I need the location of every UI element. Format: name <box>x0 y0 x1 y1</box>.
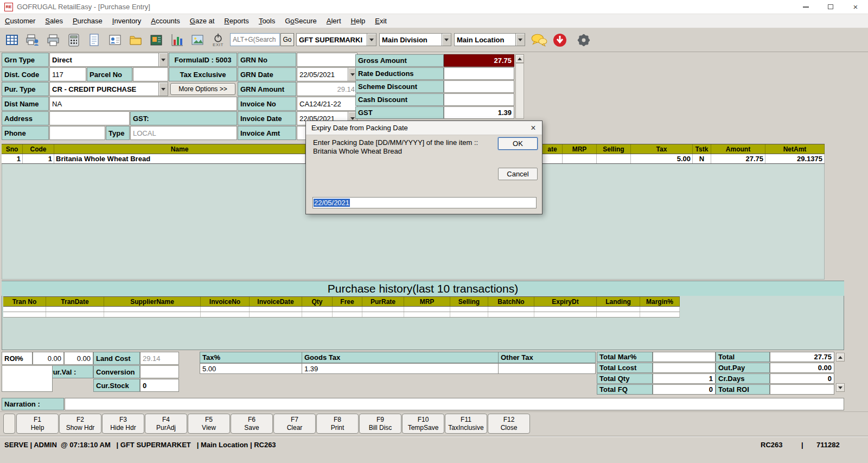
menu-item[interactable]: Reports <box>219 14 254 28</box>
update-download-button[interactable] <box>551 31 569 49</box>
close-button[interactable]: × <box>843 0 868 14</box>
menu-item[interactable]: Alert <box>322 14 346 28</box>
function-key-button[interactable]: F12Close <box>488 414 530 434</box>
function-key-button[interactable]: F11TaxInclusive <box>445 414 487 434</box>
item-grid-header-cell[interactable]: Code <box>23 144 54 154</box>
maximize-button[interactable] <box>818 0 843 14</box>
dist-code-field[interactable]: 117 <box>49 67 86 81</box>
item-image-button[interactable] <box>148 31 165 49</box>
rate-deductions-value[interactable] <box>444 67 514 80</box>
function-key-button[interactable]: F5View <box>188 414 230 434</box>
ok-button[interactable]: OK <box>498 137 538 150</box>
summary-scrollbar[interactable] <box>515 63 524 119</box>
item-grid-header-cell[interactable]: NetAmt <box>765 144 825 154</box>
menu-item[interactable]: Tools <box>254 14 280 28</box>
packing-date-input[interactable]: 22/05/2021 <box>312 197 537 208</box>
history-header-cell[interactable]: Selling <box>450 297 488 306</box>
invoice-no-field[interactable]: CA124/21-22 <box>297 97 358 111</box>
history-header-cell[interactable]: ExpiryDt <box>534 297 597 306</box>
menu-item[interactable]: Accounts <box>146 14 184 28</box>
history-header-cell[interactable]: InvoiceDate <box>250 297 302 306</box>
dialog-close-button[interactable]: × <box>527 122 540 134</box>
calculator-button[interactable] <box>65 31 82 49</box>
scheme-discount-value[interactable] <box>444 80 514 93</box>
chevron-down-icon[interactable] <box>515 34 525 46</box>
history-header-cell[interactable]: MRP <box>404 297 450 306</box>
pur-type-select[interactable]: CR - CREDIT PURCHASE <box>49 82 168 96</box>
menu-item[interactable]: GoSecure <box>280 14 322 28</box>
item-grid-header-cell[interactable]: Amount <box>711 144 765 154</box>
company-select[interactable]: GFT SUPERMARKI <box>296 33 376 46</box>
chevron-down-icon[interactable] <box>158 83 168 96</box>
chevron-down-icon[interactable] <box>367 34 376 46</box>
division-select[interactable]: Main Division <box>379 33 451 46</box>
tax-row[interactable]: 5.001.39 <box>200 363 595 374</box>
function-key-button[interactable]: F3Hide Hdr <box>102 414 144 434</box>
grn-type-select[interactable]: Direct <box>49 53 168 67</box>
menu-item[interactable]: Sales <box>40 14 68 28</box>
pur-val-field[interactable] <box>2 365 53 392</box>
history-header-cell[interactable]: PurRate <box>362 297 404 306</box>
more-options-button[interactable]: More Options >> <box>170 83 235 95</box>
menu-item[interactable]: Purchase <box>68 14 107 28</box>
supplier-print-button[interactable] <box>24 31 41 49</box>
item-grid-header-cell[interactable]: MRP <box>563 144 597 154</box>
phone-field[interactable] <box>49 126 105 140</box>
history-header-cell[interactable]: TranDate <box>46 297 104 306</box>
chevron-down-icon[interactable] <box>442 34 451 46</box>
parcel-no-field[interactable] <box>133 67 168 81</box>
image-viewer-button[interactable] <box>189 31 206 49</box>
function-key-button[interactable]: F10TempSave <box>402 414 444 434</box>
function-key-button[interactable]: F8Print <box>316 414 359 434</box>
settings-button[interactable] <box>575 31 592 49</box>
grn-date-picker[interactable]: 22/05/2021 <box>297 67 358 81</box>
history-header-cell[interactable]: BatchNo <box>488 297 534 306</box>
item-grid-header-cell[interactable]: Tax <box>631 144 693 154</box>
menu-item[interactable]: Gaze at <box>185 14 220 28</box>
menu-item[interactable]: Inventory <box>107 14 146 28</box>
cash-discount-value[interactable] <box>444 93 514 106</box>
item-grid-header-cell[interactable]: Selling <box>597 144 631 154</box>
roi-field-1[interactable]: 0.00 <box>33 352 64 365</box>
function-key-button[interactable]: F6Save <box>231 414 273 434</box>
function-key-button[interactable]: F4PurAdj <box>145 414 187 434</box>
totals-scroll-down-button[interactable] <box>836 383 845 392</box>
cancel-button[interactable]: Cancel <box>498 168 538 180</box>
function-key-button[interactable]: F1Help <box>16 414 59 434</box>
history-empty-row[interactable] <box>3 307 680 312</box>
item-grid-header-cell[interactable]: Sno <box>2 144 23 154</box>
menu-item[interactable]: Customer <box>0 14 40 28</box>
function-key-button[interactable]: F2Show Hdr <box>59 414 101 434</box>
table-view-button[interactable] <box>3 31 21 49</box>
document-button[interactable] <box>86 31 103 49</box>
totals-scroll-up-button[interactable] <box>836 353 845 361</box>
location-select[interactable]: Main Location <box>454 33 525 46</box>
grn-no-field[interactable] <box>297 53 358 67</box>
roi-field-2[interactable]: 0.00 <box>64 352 93 365</box>
history-empty-row[interactable] <box>3 312 680 318</box>
menu-item[interactable]: Exit <box>370 14 392 28</box>
history-header-cell[interactable]: Qty <box>302 297 333 306</box>
chevron-down-icon[interactable] <box>158 53 168 66</box>
history-header-cell[interactable]: Margin% <box>640 297 680 306</box>
history-header-cell[interactable]: Landing <box>597 297 640 306</box>
item-grid-header-cell[interactable]: Tstk <box>693 144 711 154</box>
function-key-button[interactable]: F9Bill Disc <box>359 414 401 434</box>
minimize-button[interactable] <box>793 0 818 14</box>
exit-button[interactable]: EXIT <box>209 31 227 49</box>
function-key-button[interactable]: F7Clear <box>273 414 316 434</box>
conversion-field[interactable] <box>140 365 179 378</box>
history-header-cell[interactable]: InvoiceNo <box>201 297 250 306</box>
open-folder-button[interactable] <box>127 31 144 49</box>
dialog-title-bar[interactable]: Expiry Date from Packing Date × <box>306 121 542 135</box>
reports-chart-button[interactable] <box>168 31 186 49</box>
search-input[interactable] <box>230 33 280 46</box>
summary-scroll-up-button[interactable] <box>515 54 524 63</box>
item-grid-header-cell[interactable]: ate <box>542 144 563 154</box>
narration-field[interactable] <box>65 398 844 410</box>
history-header-cell[interactable]: Tran No <box>3 297 46 306</box>
menu-item[interactable]: Help <box>346 14 371 28</box>
chat-button[interactable] <box>529 31 548 49</box>
go-button[interactable]: Go <box>280 33 294 46</box>
dist-name-field[interactable]: NA <box>49 97 237 111</box>
